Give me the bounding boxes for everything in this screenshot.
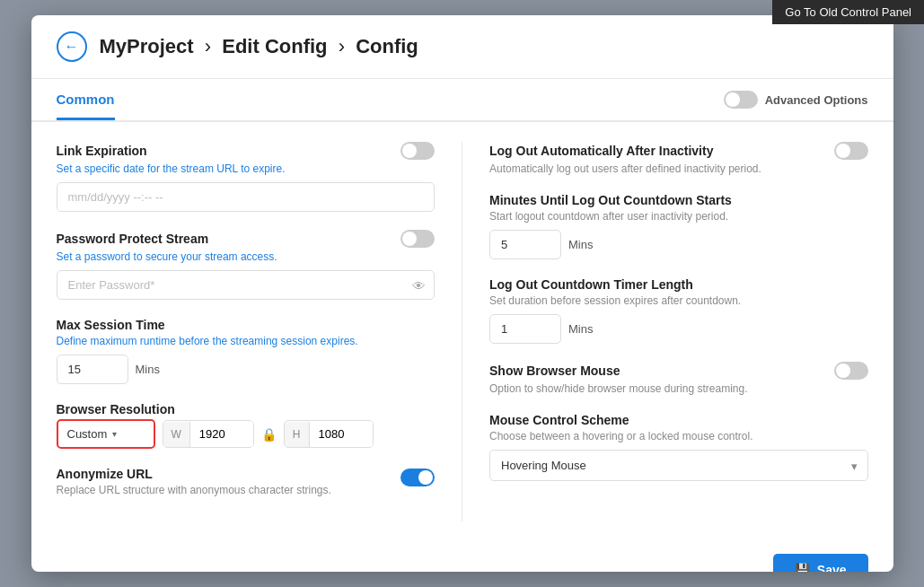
show-browser-mouse-desc: Option to show/hide browser mouse during… — [489, 382, 868, 395]
tabs-list: Common — [57, 79, 140, 120]
countdown-timer-desc: Set duration before session expires afte… — [489, 294, 868, 307]
eye-icon[interactable]: 👁 — [412, 277, 426, 293]
countdown-timer-group: Log Out Countdown Timer Length Set durat… — [489, 277, 868, 344]
resolution-select[interactable]: Custom ▾ — [57, 419, 155, 449]
breadcrumb-project: MyProject — [100, 35, 194, 57]
countdown-starts-label: Minutes Until Log Out Countdown Starts — [489, 193, 868, 207]
countdown-starts-group: Minutes Until Log Out Countdown Starts S… — [489, 193, 868, 259]
log-out-inactivity-desc: Automatically log out users after define… — [489, 162, 868, 175]
modal-body: Link Expiration Set a specific date for … — [31, 122, 893, 541]
show-browser-mouse-group: Show Browser Mouse Option to show/hide b… — [489, 362, 868, 395]
anonymize-url-label: Anonymize URL — [57, 467, 331, 481]
save-button[interactable]: 💾 Save — [773, 554, 868, 572]
resolution-row: Custom ▾ W 🔒 H — [57, 419, 436, 449]
link-expiration-label: Link Expiration — [57, 144, 147, 158]
max-session-group: Max Session Time Define maximum runtime … — [57, 318, 436, 384]
max-session-label: Max Session Time — [57, 318, 436, 332]
countdown-starts-unit: Mins — [568, 238, 593, 251]
max-session-input-row: Mins — [57, 355, 436, 384]
countdown-timer-label: Log Out Countdown Timer Length — [489, 277, 868, 292]
mouse-control-select[interactable]: Hovering Mouse Locked Mouse — [489, 450, 868, 481]
countdown-starts-input[interactable] — [489, 230, 561, 259]
log-out-inactivity-label-row: Log Out Automatically After Inactivity — [489, 142, 868, 160]
password-protect-label: Password Protect Stream — [57, 232, 209, 246]
show-browser-mouse-label: Show Browser Mouse — [489, 364, 620, 378]
width-input[interactable] — [190, 421, 253, 447]
password-field-wrap: 👁 — [57, 270, 436, 300]
log-out-inactivity-toggle[interactable] — [834, 142, 868, 160]
mouse-control-select-wrap: Hovering Mouse Locked Mouse — [489, 450, 868, 481]
password-protect-label-row: Password Protect Stream — [57, 230, 436, 248]
mouse-control-group: Mouse Control Scheme Choose between a ho… — [489, 413, 868, 481]
advanced-options-toggle[interactable] — [724, 91, 758, 109]
countdown-timer-unit: Mins — [568, 322, 593, 336]
link-expiration-desc: Set a specific date for the stream URL t… — [57, 162, 436, 175]
breadcrumb-edit: Edit Config — [222, 35, 327, 57]
width-label: W — [163, 422, 190, 447]
modal-footer: 💾 Save — [31, 541, 893, 572]
height-input-wrap: H — [284, 420, 374, 448]
browser-resolution-group: Browser Resolution Custom ▾ W 🔒 H — [57, 402, 436, 449]
anonymize-url-label-block: Anonymize URL Replace URL structure with… — [57, 467, 331, 504]
countdown-starts-input-row: Mins — [489, 230, 868, 259]
breadcrumb-sep1: › — [205, 35, 216, 57]
password-protect-group: Password Protect Stream Set a password t… — [57, 230, 436, 300]
left-column: Link Expiration Set a specific date for … — [57, 142, 436, 521]
anonymize-url-desc: Replace URL structure with anonymous cha… — [57, 484, 331, 496]
tabs-bar: Common Advanced Options — [31, 79, 893, 122]
max-session-input[interactable] — [57, 355, 128, 384]
save-label: Save — [817, 563, 847, 572]
advanced-options-label: Advanced Options — [765, 93, 868, 107]
save-icon: 💾 — [795, 563, 810, 572]
password-protect-toggle[interactable] — [400, 230, 435, 248]
show-browser-mouse-toggle[interactable] — [834, 362, 868, 380]
height-input[interactable] — [310, 421, 373, 447]
breadcrumb-page: Config — [356, 35, 418, 57]
countdown-starts-desc: Start logout countdown after user inacti… — [489, 210, 868, 223]
link-expiration-group: Link Expiration Set a specific date for … — [57, 142, 436, 212]
password-input[interactable] — [57, 270, 436, 300]
show-browser-mouse-label-row: Show Browser Mouse — [489, 362, 868, 380]
breadcrumb: MyProject › Edit Config › Config — [100, 35, 418, 58]
modal-header: ← MyProject › Edit Config › Config — [31, 15, 893, 79]
mouse-control-desc: Choose between a hovering or a locked mo… — [489, 430, 868, 442]
max-session-unit: Mins — [136, 363, 160, 376]
modal-backdrop: ← MyProject › Edit Config › Config Commo… — [0, 0, 924, 587]
anonymize-url-toggle[interactable] — [400, 469, 435, 486]
chevron-down-icon: ▾ — [112, 429, 117, 439]
browser-resolution-label: Browser Resolution — [57, 402, 436, 416]
max-session-desc: Define maximum runtime before the stream… — [57, 335, 436, 347]
link-expiration-toggle[interactable] — [400, 142, 435, 160]
tab-common[interactable]: Common — [57, 79, 115, 120]
log-out-inactivity-group: Log Out Automatically After Inactivity A… — [489, 142, 868, 175]
countdown-timer-input-row: Mins — [489, 314, 868, 344]
log-out-inactivity-label: Log Out Automatically After Inactivity — [489, 144, 713, 158]
link-expiration-input[interactable] — [57, 182, 436, 212]
advanced-options-row: Advanced Options — [724, 91, 868, 109]
back-button[interactable]: ← — [57, 31, 87, 62]
config-modal: ← MyProject › Edit Config › Config Commo… — [31, 15, 893, 572]
height-label: H — [285, 422, 310, 447]
anonymize-url-label-row: Anonymize URL Replace URL structure with… — [57, 467, 436, 504]
column-divider — [462, 142, 462, 521]
right-column: Log Out Automatically After Inactivity A… — [489, 142, 868, 521]
mouse-control-label: Mouse Control Scheme — [489, 413, 868, 427]
password-protect-desc: Set a password to secure your stream acc… — [57, 250, 436, 263]
old-control-panel-button[interactable]: Go To Old Control Panel — [772, 0, 924, 24]
width-input-wrap: W — [163, 420, 254, 448]
resolution-select-value: Custom — [67, 427, 108, 441]
link-expiration-label-row: Link Expiration — [57, 142, 436, 160]
lock-icon: 🔒 — [261, 427, 277, 442]
countdown-timer-input[interactable] — [489, 314, 561, 344]
breadcrumb-sep2: › — [339, 35, 350, 57]
anonymize-url-group: Anonymize URL Replace URL structure with… — [57, 467, 436, 504]
